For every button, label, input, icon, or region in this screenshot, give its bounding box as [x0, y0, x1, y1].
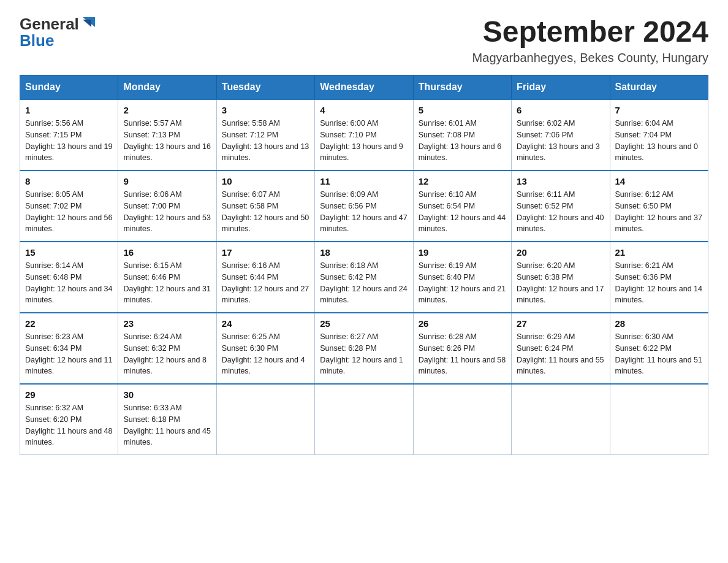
day-info: Sunrise: 6:10 AMSunset: 6:54 PMDaylight:…	[419, 189, 506, 235]
day-number: 15	[25, 247, 113, 258]
calendar-cell: 1Sunrise: 5:56 AMSunset: 7:15 PMDaylight…	[20, 99, 118, 170]
day-info: Sunrise: 6:02 AMSunset: 7:06 PMDaylight:…	[517, 118, 604, 164]
calendar-cell: 22Sunrise: 6:23 AMSunset: 6:34 PMDayligh…	[20, 313, 118, 384]
day-info: Sunrise: 6:18 AMSunset: 6:42 PMDaylight:…	[320, 260, 408, 306]
day-number: 19	[419, 247, 506, 258]
day-info: Sunrise: 6:30 AMSunset: 6:22 PMDaylight:…	[615, 331, 703, 377]
day-number: 24	[222, 318, 309, 329]
day-number: 26	[419, 318, 506, 329]
day-info: Sunrise: 6:23 AMSunset: 6:34 PMDaylight:…	[25, 331, 113, 377]
day-info: Sunrise: 6:12 AMSunset: 6:50 PMDaylight:…	[615, 189, 703, 235]
calendar-cell: 18Sunrise: 6:18 AMSunset: 6:42 PMDayligh…	[315, 242, 413, 313]
day-info: Sunrise: 6:29 AMSunset: 6:24 PMDaylight:…	[517, 331, 604, 377]
header-row: Sunday Monday Tuesday Wednesday Thursday…	[20, 75, 708, 100]
calendar-cell	[216, 384, 314, 455]
calendar-cell: 7Sunrise: 6:04 AMSunset: 7:04 PMDaylight…	[610, 99, 708, 170]
calendar-cell: 24Sunrise: 6:25 AMSunset: 6:30 PMDayligh…	[216, 313, 314, 384]
day-info: Sunrise: 6:25 AMSunset: 6:30 PMDaylight:…	[222, 331, 309, 377]
calendar-cell	[512, 384, 610, 455]
day-info: Sunrise: 6:24 AMSunset: 6:32 PMDaylight:…	[123, 331, 211, 377]
day-info: Sunrise: 6:00 AMSunset: 7:10 PMDaylight:…	[320, 118, 408, 164]
day-number: 6	[517, 105, 604, 115]
day-number: 20	[517, 247, 604, 258]
week-row-5: 29Sunrise: 6:32 AMSunset: 6:20 PMDayligh…	[20, 384, 708, 455]
day-number: 18	[320, 247, 408, 258]
day-number: 1	[25, 105, 113, 115]
logo-icon	[80, 15, 97, 32]
day-number: 13	[517, 176, 604, 186]
calendar-cell: 25Sunrise: 6:27 AMSunset: 6:28 PMDayligh…	[315, 313, 413, 384]
day-info: Sunrise: 6:15 AMSunset: 6:46 PMDaylight:…	[123, 260, 211, 306]
calendar-cell: 8Sunrise: 6:05 AMSunset: 7:02 PMDaylight…	[20, 170, 118, 242]
calendar-cell: 27Sunrise: 6:29 AMSunset: 6:24 PMDayligh…	[512, 313, 610, 384]
calendar-subtitle: Magyarbanhegyes, Bekes County, Hungary	[472, 51, 708, 65]
calendar-cell: 4Sunrise: 6:00 AMSunset: 7:10 PMDaylight…	[315, 99, 413, 170]
day-number: 3	[222, 105, 309, 115]
title-block: September 2024 Magyarbanhegyes, Bekes Co…	[472, 15, 708, 65]
day-number: 22	[25, 318, 113, 329]
day-number: 2	[123, 105, 211, 115]
day-number: 30	[123, 389, 211, 400]
day-number: 10	[222, 176, 309, 186]
day-number: 17	[222, 247, 309, 258]
day-info: Sunrise: 6:21 AMSunset: 6:36 PMDaylight:…	[615, 260, 703, 306]
calendar-cell: 15Sunrise: 6:14 AMSunset: 6:48 PMDayligh…	[20, 242, 118, 313]
day-info: Sunrise: 6:28 AMSunset: 6:26 PMDaylight:…	[419, 331, 506, 377]
calendar-cell: 3Sunrise: 5:58 AMSunset: 7:12 PMDaylight…	[216, 99, 314, 170]
page-header: General Blue September 2024 Magyarbanheg…	[20, 15, 708, 65]
day-info: Sunrise: 6:20 AMSunset: 6:38 PMDaylight:…	[517, 260, 604, 306]
col-wednesday: Wednesday	[315, 75, 413, 100]
calendar-cell: 16Sunrise: 6:15 AMSunset: 6:46 PMDayligh…	[118, 242, 216, 313]
week-row-2: 8Sunrise: 6:05 AMSunset: 7:02 PMDaylight…	[20, 170, 708, 242]
day-info: Sunrise: 6:14 AMSunset: 6:48 PMDaylight:…	[25, 260, 113, 306]
col-thursday: Thursday	[413, 75, 511, 100]
day-number: 23	[123, 318, 211, 329]
day-number: 4	[320, 105, 408, 115]
day-info: Sunrise: 6:11 AMSunset: 6:52 PMDaylight:…	[517, 189, 604, 235]
day-number: 8	[25, 176, 113, 186]
week-row-1: 1Sunrise: 5:56 AMSunset: 7:15 PMDaylight…	[20, 99, 708, 170]
svg-marker-1	[83, 20, 91, 27]
calendar-cell: 29Sunrise: 6:32 AMSunset: 6:20 PMDayligh…	[20, 384, 118, 455]
logo: General Blue	[20, 15, 97, 50]
day-info: Sunrise: 6:19 AMSunset: 6:40 PMDaylight:…	[419, 260, 506, 306]
col-saturday: Saturday	[610, 75, 708, 100]
calendar-cell	[413, 384, 511, 455]
calendar-cell: 23Sunrise: 6:24 AMSunset: 6:32 PMDayligh…	[118, 313, 216, 384]
calendar-cell: 20Sunrise: 6:20 AMSunset: 6:38 PMDayligh…	[512, 242, 610, 313]
day-number: 5	[419, 105, 506, 115]
calendar-cell: 5Sunrise: 6:01 AMSunset: 7:08 PMDaylight…	[413, 99, 511, 170]
day-info: Sunrise: 5:57 AMSunset: 7:13 PMDaylight:…	[123, 118, 211, 164]
day-info: Sunrise: 6:33 AMSunset: 6:18 PMDaylight:…	[123, 402, 211, 448]
logo-blue: Blue	[20, 31, 54, 50]
calendar-cell: 12Sunrise: 6:10 AMSunset: 6:54 PMDayligh…	[413, 170, 511, 242]
calendar-cell: 30Sunrise: 6:33 AMSunset: 6:18 PMDayligh…	[118, 384, 216, 455]
calendar-cell: 28Sunrise: 6:30 AMSunset: 6:22 PMDayligh…	[610, 313, 708, 384]
col-friday: Friday	[512, 75, 610, 100]
calendar-cell: 2Sunrise: 5:57 AMSunset: 7:13 PMDaylight…	[118, 99, 216, 170]
day-number: 29	[25, 389, 113, 400]
day-info: Sunrise: 6:09 AMSunset: 6:56 PMDaylight:…	[320, 189, 408, 235]
day-info: Sunrise: 6:32 AMSunset: 6:20 PMDaylight:…	[25, 402, 113, 448]
calendar-title: September 2024	[472, 15, 708, 48]
day-info: Sunrise: 5:58 AMSunset: 7:12 PMDaylight:…	[222, 118, 309, 164]
calendar-cell: 26Sunrise: 6:28 AMSunset: 6:26 PMDayligh…	[413, 313, 511, 384]
day-info: Sunrise: 6:06 AMSunset: 7:00 PMDaylight:…	[123, 189, 211, 235]
calendar-cell: 13Sunrise: 6:11 AMSunset: 6:52 PMDayligh…	[512, 170, 610, 242]
calendar-table: Sunday Monday Tuesday Wednesday Thursday…	[20, 75, 708, 455]
day-number: 12	[419, 176, 506, 186]
day-number: 9	[123, 176, 211, 186]
day-number: 11	[320, 176, 408, 186]
calendar-cell: 21Sunrise: 6:21 AMSunset: 6:36 PMDayligh…	[610, 242, 708, 313]
calendar-cell: 19Sunrise: 6:19 AMSunset: 6:40 PMDayligh…	[413, 242, 511, 313]
calendar-cell: 11Sunrise: 6:09 AMSunset: 6:56 PMDayligh…	[315, 170, 413, 242]
calendar-cell	[610, 384, 708, 455]
col-tuesday: Tuesday	[216, 75, 314, 100]
day-info: Sunrise: 6:01 AMSunset: 7:08 PMDaylight:…	[419, 118, 506, 164]
week-row-4: 22Sunrise: 6:23 AMSunset: 6:34 PMDayligh…	[20, 313, 708, 384]
day-number: 21	[615, 247, 703, 258]
day-info: Sunrise: 6:05 AMSunset: 7:02 PMDaylight:…	[25, 189, 113, 235]
calendar-cell: 10Sunrise: 6:07 AMSunset: 6:58 PMDayligh…	[216, 170, 314, 242]
week-row-3: 15Sunrise: 6:14 AMSunset: 6:48 PMDayligh…	[20, 242, 708, 313]
day-info: Sunrise: 6:27 AMSunset: 6:28 PMDaylight:…	[320, 331, 408, 377]
